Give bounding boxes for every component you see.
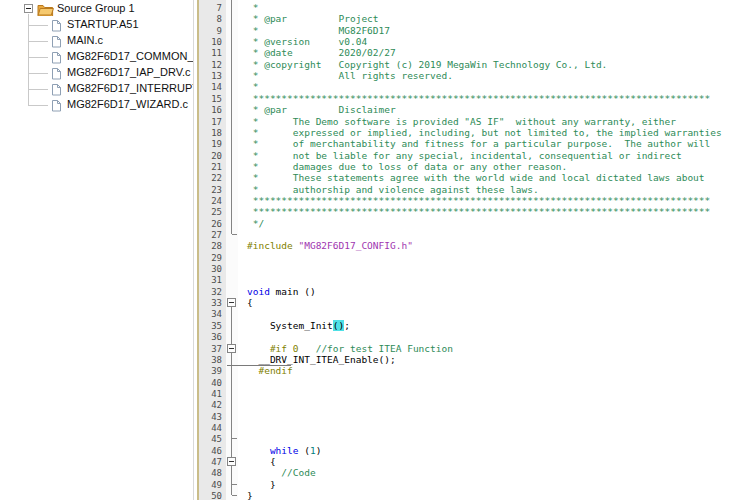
code-segment: * The Demo software is provided "AS IF" … [247,116,676,127]
code-segment: } [247,479,276,490]
code-line[interactable]: 26 */ [0,218,750,230]
code-segment: { [247,456,276,467]
line-number: 39 [199,366,222,376]
code-segment: * @date 2020/02/27 [247,47,396,58]
code-line[interactable]: 36 [0,331,750,343]
code-line[interactable]: 30 [0,263,750,275]
code-line[interactable]: 41 [0,388,750,400]
code-line[interactable]: 10 * @version v0.04 [0,36,750,48]
fold-collapse-box[interactable] [227,457,236,466]
code-line[interactable]: 50} [0,490,750,500]
line-number: 13 [199,71,222,81]
line-number: 48 [199,468,222,478]
line-number: 34 [199,309,222,319]
code-line[interactable]: 24 *************************************… [0,195,750,207]
line-number: 42 [199,400,222,410]
line-number: 50 [199,491,222,500]
code-line[interactable]: 46 while (1) [0,445,750,457]
code-segment: * @version v0.04 [247,36,367,47]
line-number: 10 [199,37,222,47]
line-number: 14 [199,82,222,92]
code-segment: * authorship and violence against these … [247,184,539,195]
line-number: 41 [199,389,222,399]
code-line[interactable]: 11 * @date 2020/02/27 [0,47,750,59]
line-number: 44 [199,423,222,433]
code-line[interactable]: 37 #if 0 //for test ITEA Function [0,343,750,355]
fold-collapse-box[interactable] [227,298,236,307]
preprocessor-block-end-line [227,365,291,366]
line-number: 30 [199,264,222,274]
code-segment: * [247,81,258,92]
code-line[interactable]: 21 * damages due to loss of data or any … [0,161,750,173]
code-line[interactable]: 23 * authorship and violence against the… [0,184,750,196]
line-number: 24 [199,196,222,206]
line-number: 7 [199,3,222,13]
line-number: 9 [199,26,222,36]
code-segment: * [247,2,258,13]
code-line[interactable]: 22 * These statements agree with the wor… [0,172,750,184]
fold-corner [232,484,237,485]
code-segment: * expressed or implied, including, but n… [247,127,722,138]
code-line[interactable]: 39 #endif [0,365,750,377]
code-line[interactable]: 25 *************************************… [0,206,750,218]
fold-collapse-box[interactable] [227,344,236,353]
code-line[interactable]: 16 * @par Disclaimer [0,104,750,116]
code-line[interactable]: 32void main () [0,286,750,298]
code-line[interactable]: 15 *************************************… [0,93,750,105]
code-line[interactable]: 49 } [0,479,750,491]
line-number: 25 [199,207,222,217]
code-line[interactable]: 27 [0,229,750,241]
code-segment: */ [247,218,264,229]
line-number: 15 [199,94,222,104]
line-number: 31 [199,275,222,285]
line-number: 43 [199,412,222,422]
fold-line [231,0,232,234]
code-line[interactable]: 31 [0,274,750,286]
line-number: 8 [199,14,222,24]
code-line[interactable]: 47 { [0,456,750,468]
code-line[interactable]: 20 * not be liable for any special, inci… [0,150,750,162]
fold-corner [232,438,237,439]
code-line[interactable]: 7 * [0,2,750,14]
code-line[interactable]: 40 [0,377,750,389]
code-segment: } [247,490,253,500]
code-line[interactable]: 9 * MG82F6D17 [0,25,750,37]
code-line[interactable]: 13 * All rights reserved. [0,70,750,82]
code-line[interactable]: 17 * The Demo software is provided "AS I… [0,116,750,128]
code-line[interactable]: 8 * @par Project [0,13,750,25]
code-line[interactable]: 43 [0,411,750,423]
code-segment: "MG82F6D17_CONFIG.h" [298,240,412,251]
code-line[interactable]: 44 [0,422,750,434]
line-number: 27 [199,230,222,240]
code-line[interactable]: 33{ [0,297,750,309]
code-segment: #endif [247,365,293,376]
line-number: 36 [199,332,222,342]
fold-line [231,353,232,366]
line-number: 16 [199,105,222,115]
code-line[interactable]: 14 * [0,81,750,93]
code-line[interactable]: 42 [0,399,750,411]
code-line[interactable]: 29 [0,252,750,264]
code-line[interactable]: 45 [0,433,750,445]
code-segment: ; [344,320,350,331]
line-number: 11 [199,48,222,58]
code-line[interactable]: 18 * expressed or implied, including, bu… [0,127,750,139]
code-segment: * These statements agree with the world … [247,172,705,183]
code-line[interactable]: 34 [0,308,750,320]
fold-corner [232,495,237,496]
code-segment: //for test ITEA Function [316,343,453,354]
code-line[interactable]: 48 //Code [0,467,750,479]
code-segment [298,343,315,354]
code-segment: * damages due to loss of data or any oth… [247,161,567,172]
code-line[interactable]: 12 * @copyright Copyright (c) 2019 MegaW… [0,59,750,71]
code-line[interactable]: 28#include "MG82F6D17_CONFIG.h" [0,240,750,252]
line-number: 21 [199,162,222,172]
line-number: 49 [199,480,222,490]
code-line[interactable]: 35 System_Init(); [0,320,750,332]
line-number: 28 [199,241,222,251]
code-line[interactable]: 38 __DRV_INT_ITEA_Enable(); [0,354,750,366]
fold-corner [232,234,237,235]
code-line[interactable]: 19 * of merchantability and fitness for … [0,138,750,150]
code-segment [247,445,270,456]
code-segment: ****************************************… [247,93,710,104]
